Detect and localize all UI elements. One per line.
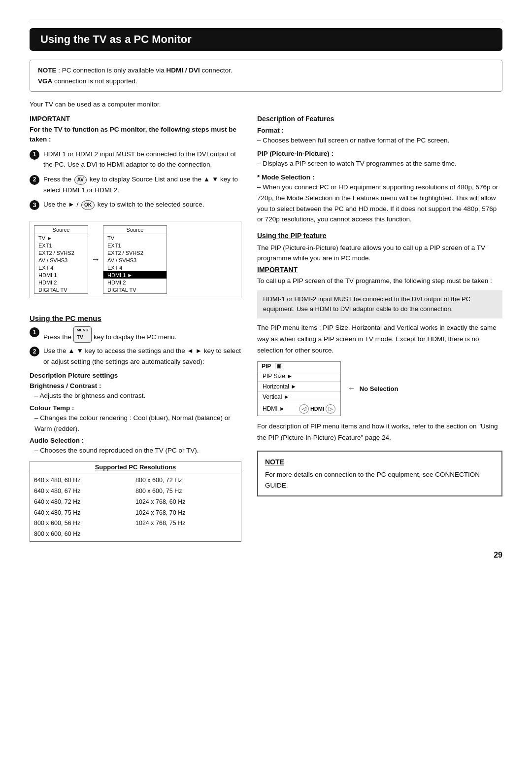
src1-ext4: EXT 4 — [34, 264, 88, 271]
brightness-text: – Adjusts the brightness and contrast. — [30, 390, 241, 401]
note-vga: VGA — [38, 77, 52, 85]
left-column: IMPORTANT For the TV to function as PC m… — [30, 115, 241, 542]
pip-para: The PIP menu items : PIP Size, Horizonta… — [257, 322, 502, 356]
720p-bold: 720p — [257, 194, 272, 202]
hdmi-bold: HDMI — [427, 335, 444, 343]
res-col1: 640 x 480, 60 Hz 640 x 480, 67 Hz 640 x … — [34, 475, 135, 540]
res1-6: 800 x 600, 60 Hz — [34, 529, 135, 540]
colour-temp-heading: Colour Temp : — [30, 404, 241, 412]
src1-digital: DIGITAL TV — [34, 286, 88, 293]
format-text: – Chooses between full screen or native … — [257, 135, 502, 146]
res1-3: 640 x 480, 72 Hz — [34, 496, 135, 507]
step-3: 3 Use the ► / OK key to switch to the se… — [30, 199, 241, 210]
colour-temp-text: – Changes the colour rendering : Cool (b… — [30, 413, 241, 434]
source-diagram: Source TV ► EXT1 EXT2 / SVHS2 AV / SVHS3… — [30, 221, 241, 298]
pc-menu-steps: 1 Press the MENUTV key to display the PC… — [30, 326, 241, 367]
resolutions-grid: 640 x 480, 60 Hz 640 x 480, 67 Hz 640 x … — [30, 473, 241, 542]
source-table-wrapper: Source TV ► EXT1 EXT2 / SVHS2 AV / SVHS3… — [30, 221, 241, 298]
res2-3: 1024 x 768, 60 Hz — [135, 496, 237, 507]
pc-step-2-content: Use the ▲ ▼ key to access the settings a… — [43, 346, 241, 367]
hdmi-circle-left: ◁ — [299, 404, 309, 414]
src2-hdmi2: HDMI 2 — [103, 279, 166, 286]
src1-tv: TV ► — [34, 234, 88, 242]
res1-2: 640 x 480, 67 Hz — [34, 486, 135, 497]
source-list-box-1: Source TV ► EXT1 EXT2 / SVHS2 AV / SVHS3… — [34, 225, 88, 294]
src1-hdmi2: HDMI 2 — [34, 279, 88, 286]
normal-bold: Normal — [171, 414, 193, 422]
step-num-3: 3 — [30, 200, 39, 210]
res-col2: 800 x 600, 72 Hz 800 x 600, 75 Hz 1024 x… — [135, 475, 237, 540]
resolutions-box: Supported PC Resolutions 640 x 480, 60 H… — [30, 461, 241, 542]
warm-bold: Warm — [34, 425, 52, 432]
pc-step-1-content: Press the MENUTV key to display the PC m… — [43, 326, 241, 343]
step-3-content: Use the ► / OK key to switch to the sele… — [43, 199, 241, 210]
resolutions-heading: Supported PC Resolutions — [30, 461, 241, 473]
important2-text: To call up a PIP screen of the TV progra… — [257, 276, 502, 286]
step-2: 2 Press the AV key to display Source Lis… — [30, 174, 241, 196]
hdmi1-bold: HDMI 1 — [63, 186, 85, 194]
intro-text: Your TV can be used as a computer monito… — [30, 101, 502, 108]
pip-size-item: PIP Size ► — [258, 371, 340, 382]
page-title: Using the TV as a PC Monitor — [30, 28, 502, 51]
res1-1: 640 x 480, 60 Hz — [34, 475, 135, 486]
important2-box: HDMI-1 or HDMI-2 input MUST be connected… — [257, 290, 502, 319]
res2-2: 800 x 600, 75 Hz — [135, 486, 237, 497]
res1-5: 800 x 600, 56 Hz — [34, 518, 135, 529]
note-bottom-text: For more details on connection to the PC… — [265, 471, 435, 478]
step-num-1: 1 — [30, 150, 39, 160]
no-selection-wrapper: ← No Selection — [348, 384, 399, 393]
note-text2: connector. — [200, 67, 233, 74]
step-num-2: 2 — [30, 175, 39, 185]
pip-title-row: PIP ▣ — [258, 362, 340, 371]
source-list-bold: Source List — [132, 176, 165, 183]
using-pip-heading: Using the PIP feature — [257, 232, 502, 240]
src2-digital: DIGITAL TV — [103, 286, 166, 293]
step1-bold1: HDMI 1 — [43, 150, 66, 158]
features-heading: Description of Features — [257, 115, 502, 123]
top-divider — [30, 20, 502, 20]
must-box: MUST — [334, 295, 352, 303]
pip-feature-text: The PIP (Picture-in-Picture) feature all… — [257, 243, 502, 264]
pip-size-bold: PIP Size, Horizontal — [323, 324, 382, 331]
tv-menu-key: MENUTV — [73, 326, 92, 343]
mode-selection-text: – When you connect PC or HD equipment su… — [257, 182, 502, 224]
pip-picture-text: – Displays a PIP screen to watch TV prog… — [257, 158, 502, 169]
hdmi1-box: HDMI-1 — [263, 295, 285, 303]
step-1: 1 HDMI 1 or HDMI 2 input MUST be connect… — [30, 149, 241, 170]
note-bottom-text2: . — [286, 482, 288, 489]
src1-hdmi1: HDMI 1 — [34, 271, 88, 279]
480p-bold: 480p, 576p — [457, 183, 491, 191]
pc-step-2: 2 Use the ▲ ▼ key to access the settings… — [30, 346, 241, 367]
pip-bold2: PIP — [293, 277, 303, 284]
ok-key: OK — [81, 200, 95, 210]
pip-picture-label: PIP (Picture-in-Picture) : — [257, 150, 502, 157]
src2-av: AV / SVHS3 — [103, 256, 166, 264]
note-text1: : PC connection is only available via — [57, 67, 166, 74]
step1-must: MUST — [116, 150, 135, 158]
res1-4: 640 x 480, 75 Hz — [34, 507, 135, 518]
source-box1-title: Source — [34, 226, 88, 234]
hdmi2-box: HDMI-2 — [295, 295, 317, 303]
src2-hdmi1: HDMI 1 ► — [103, 271, 166, 279]
right-column: Description of Features Format : – Choos… — [257, 115, 502, 542]
pip-ref-para: For description of PIP menu items and ho… — [257, 421, 502, 444]
pip-icon: ▣ — [275, 363, 283, 369]
res2-1: 800 x 600, 72 Hz — [135, 475, 237, 486]
mode-sel-bold: Mode Selection — [287, 194, 332, 202]
step1-or: or — [68, 150, 76, 158]
important-steps: 1 HDMI 1 or HDMI 2 input MUST be connect… — [30, 149, 241, 211]
pip-horizontal-item: Horizontal ► — [258, 382, 340, 392]
hdmi-circle-right: ▷ — [326, 404, 335, 414]
src2-ext2: EXT2 / SVHS2 — [103, 249, 166, 256]
hdmi-icon-wrapper: ◁ HDMI ▷ — [299, 404, 335, 414]
pc-bold: PC — [341, 254, 350, 262]
note-bold1: HDMI / DVI — [166, 67, 200, 74]
audio-selection-text: – Chooses the sound reproduced on the TV… — [30, 445, 241, 456]
features-bold: Features — [353, 194, 379, 202]
note-bottom-box: NOTE For more details on connection to t… — [257, 451, 502, 497]
hdmi-text: HDMI — [310, 406, 324, 412]
pc-step-num-2: 2 — [30, 347, 39, 356]
important-heading: IMPORTANT — [30, 115, 241, 123]
pip-diagram-wrapper: PIP ▣ PIP Size ► Horizontal ► Vertical ►… — [257, 361, 502, 416]
av-key: AV — [74, 175, 87, 185]
